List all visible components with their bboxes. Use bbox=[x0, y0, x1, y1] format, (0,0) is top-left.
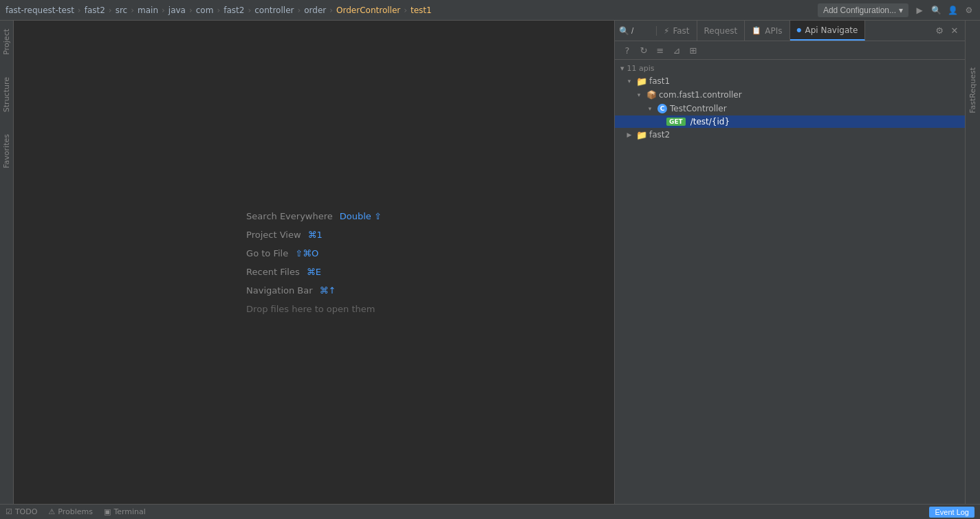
breadcrumb-project[interactable]: fast-request-test bbox=[6, 5, 74, 15]
hint-recent-label: Recent Files bbox=[246, 267, 300, 277]
breadcrumb-controller[interactable]: controller bbox=[254, 5, 294, 15]
hint-goto-shortcut: ⇧⌘O bbox=[295, 248, 318, 258]
fast-request-label[interactable]: FastRequest bbox=[966, 62, 979, 119]
chevron-down-icon: ▾ bbox=[645, 104, 655, 113]
breadcrumb-method[interactable]: test1 bbox=[411, 5, 432, 15]
status-bar: ☑ TODO ⚠ Problems ▣ Terminal Event Log bbox=[0, 504, 980, 519]
fast-tab-label: Fast bbox=[673, 26, 689, 36]
api-navigate-tab-label: Api Navigate bbox=[805, 25, 858, 35]
tab-api-navigate[interactable]: ● Api Navigate bbox=[790, 21, 866, 41]
sidebar-item-favorites[interactable]: Favorites bbox=[0, 129, 13, 174]
settings-icon[interactable]: ⚙ bbox=[963, 5, 974, 16]
tree-label-test-controller: TestController bbox=[670, 104, 727, 113]
breadcrumb: fast-request-test › fast2 › src › main ›… bbox=[6, 5, 432, 15]
api-tree[interactable]: ▾ 11 apis ▾ 📁 fast1 ▾ 📦 com.fast1.contro… bbox=[615, 60, 965, 504]
spacer-icon bbox=[655, 117, 664, 126]
hint-drop: Drop files here to open them bbox=[246, 304, 382, 314]
breadcrumb-src[interactable]: src bbox=[116, 5, 128, 15]
hint-search-shortcut: Double ⇧ bbox=[340, 211, 382, 221]
tree-item-package[interactable]: ▾ 📦 com.fast1.controller bbox=[615, 88, 965, 102]
top-bar: fast-request-test › fast2 › src › main ›… bbox=[0, 0, 980, 21]
hint-search-label: Search Everywhere bbox=[246, 211, 333, 221]
hint-recent-shortcut: ⌘E bbox=[307, 267, 321, 277]
todo-label: TODO bbox=[15, 507, 38, 516]
tree-item-fast1[interactable]: ▾ 📁 fast1 bbox=[615, 74, 965, 88]
tree-item-fast2[interactable]: ▶ 📁 fast2 bbox=[615, 128, 965, 142]
hint-navbar-label: Navigation Bar bbox=[246, 285, 312, 296]
tree-toolbar: ? ↻ ≡ ⊿ ⊞ bbox=[615, 41, 965, 60]
class-icon-test-controller: C bbox=[657, 103, 668, 114]
tree-label-fast1: fast1 bbox=[649, 76, 670, 86]
grid-icon[interactable]: ⊞ bbox=[686, 43, 700, 57]
hint-recent: Recent Files ⌘E bbox=[246, 267, 382, 277]
filter-icon[interactable]: ⊿ bbox=[670, 43, 684, 57]
add-configuration-button[interactable]: Add Configuration... ▾ bbox=[818, 3, 908, 17]
panel-search-input[interactable] bbox=[631, 26, 652, 36]
run-button[interactable]: ▶ bbox=[914, 5, 925, 16]
tab-request[interactable]: Request bbox=[697, 21, 745, 41]
get-badge: GET bbox=[666, 118, 686, 126]
breadcrumb-main[interactable]: main bbox=[138, 5, 158, 15]
hint-project-shortcut: ⌘1 bbox=[308, 230, 323, 240]
left-sidebar: Project Structure Favorites bbox=[0, 21, 14, 504]
tree-label-package: com.fast1.controller bbox=[659, 90, 742, 100]
editor-area: Search Everywhere Double ⇧ Project View … bbox=[14, 21, 614, 504]
breadcrumb-com[interactable]: com bbox=[196, 5, 214, 15]
settings-panel-icon[interactable]: ⚙ bbox=[932, 23, 947, 38]
status-todo[interactable]: ☑ TODO bbox=[6, 507, 37, 516]
close-panel-icon[interactable]: ✕ bbox=[947, 23, 962, 38]
hint-search: Search Everywhere Double ⇧ bbox=[246, 211, 382, 221]
problems-label: Problems bbox=[58, 507, 93, 516]
breadcrumb-fast2[interactable]: fast2 bbox=[224, 5, 244, 15]
editor-hints: Search Everywhere Double ⇧ Project View … bbox=[246, 211, 382, 314]
help-icon[interactable]: ? bbox=[620, 43, 634, 57]
hint-goto: Go to File ⇧⌘O bbox=[246, 248, 382, 258]
top-bar-right: Add Configuration... ▾ ▶ 🔍 👤 ⚙ bbox=[818, 3, 974, 17]
tree-label-fast2: fast2 bbox=[649, 130, 670, 140]
tree-item-test-get[interactable]: GET /test/{id} bbox=[615, 115, 965, 128]
status-bar-right: Event Log bbox=[929, 507, 974, 518]
hint-drop-label: Drop files here to open them bbox=[246, 304, 375, 314]
api-path-test-id: /test/{id} bbox=[690, 117, 730, 126]
sidebar-item-structure[interactable]: Structure bbox=[0, 71, 13, 118]
event-log-button[interactable]: Event Log bbox=[929, 507, 974, 518]
tab-apis[interactable]: 📋 APIs bbox=[745, 21, 790, 41]
tree-item-test-controller[interactable]: ▾ C TestController bbox=[615, 102, 965, 115]
breadcrumb-java[interactable]: java bbox=[168, 5, 186, 15]
folder-icon-fast2: 📁 bbox=[636, 129, 647, 140]
panel-header-actions: ⚙ ✕ bbox=[932, 23, 965, 38]
right-panel-header: 🔍 ⚡ Fast Request 📋 APIs ● Api Navigate ⚙ bbox=[615, 21, 965, 41]
problems-icon: ⚠ bbox=[48, 507, 55, 516]
folder-icon-fast1: 📁 bbox=[636, 76, 647, 87]
todo-icon: ☑ bbox=[6, 507, 12, 516]
hint-project: Project View ⌘1 bbox=[246, 230, 382, 240]
tab-fast[interactable]: ⚡ Fast bbox=[657, 21, 697, 41]
status-terminal[interactable]: ▣ Terminal bbox=[104, 507, 146, 516]
chevron-down-icon: ▾ bbox=[620, 64, 624, 73]
breadcrumb-module[interactable]: fast2 bbox=[85, 5, 105, 15]
refresh-icon[interactable]: ↻ bbox=[637, 43, 651, 57]
fast-tab-icon: ⚡ bbox=[664, 26, 669, 36]
hint-project-label: Project View bbox=[246, 230, 301, 240]
breadcrumb-class[interactable]: OrderController bbox=[336, 5, 400, 15]
apis-tab-label: APIs bbox=[765, 26, 782, 36]
search-icon-panel: 🔍 bbox=[619, 26, 629, 36]
add-config-label: Add Configuration... bbox=[823, 5, 896, 15]
status-problems[interactable]: ⚠ Problems bbox=[48, 507, 93, 516]
terminal-label: Terminal bbox=[113, 507, 146, 516]
search-icon[interactable]: 🔍 bbox=[930, 5, 941, 16]
panel-search-area: 🔍 bbox=[615, 26, 657, 36]
chevron-right-icon: ▶ bbox=[624, 130, 634, 140]
request-tab-label: Request bbox=[704, 26, 738, 36]
apis-tab-icon: 📋 bbox=[752, 26, 761, 35]
right-edge-sidebar: FastRequest bbox=[965, 21, 980, 504]
chevron-down-icon: ▾ bbox=[624, 76, 634, 86]
chevron-down-icon: ▾ bbox=[634, 90, 644, 100]
sidebar-item-project[interactable]: Project bbox=[0, 23, 13, 60]
breadcrumb-order[interactable]: order bbox=[304, 5, 326, 15]
terminal-icon: ▣ bbox=[104, 507, 111, 516]
user-icon[interactable]: 👤 bbox=[947, 5, 958, 16]
list-icon[interactable]: ≡ bbox=[653, 43, 667, 57]
hint-navbar-shortcut: ⌘↑ bbox=[320, 285, 336, 296]
tree-root-count: ▾ 11 apis bbox=[615, 63, 965, 74]
